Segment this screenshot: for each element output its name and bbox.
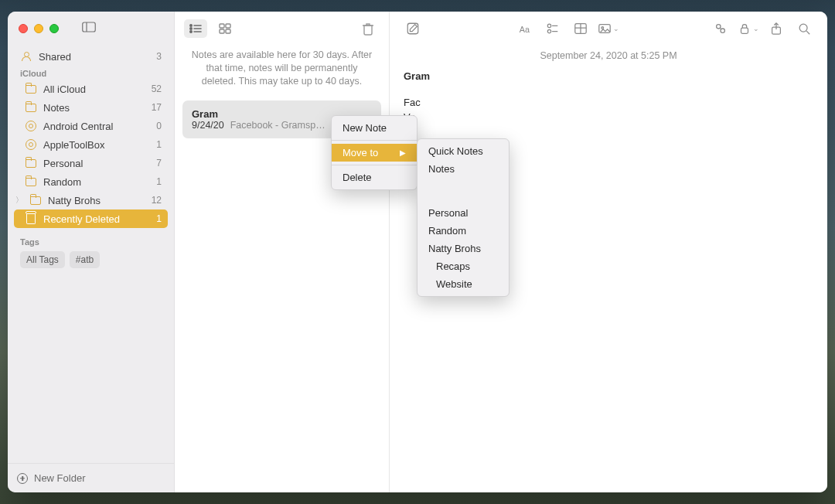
sidebar-item-count: 1 [156, 139, 162, 150]
context-submenu-move-to: Quick Notes Notes Personal Random Natty … [417, 138, 510, 297]
ctx-item-label: Website [436, 278, 472, 290]
tag-atb[interactable]: #atb [70, 251, 100, 268]
lock-button[interactable]: ⌄ [736, 19, 761, 39]
sidebar-item-count: 12 [152, 195, 162, 206]
svg-point-4 [190, 28, 192, 29]
sidebar: Shared 3 iCloud All iCloud 52 Notes 17 A… [8, 12, 175, 492]
svg-point-22 [602, 27, 604, 29]
trash-icon [25, 214, 37, 224]
titlebar [8, 12, 174, 46]
sidebar-item-label: Notes [43, 102, 145, 114]
sidebar-item-android-central[interactable]: Android Central 0 [14, 117, 168, 135]
sidebar-item-label: All iCloud [43, 83, 145, 95]
svg-line-29 [806, 31, 809, 34]
list-toolbar [175, 12, 389, 46]
ctx-move-notes[interactable]: Notes [418, 160, 509, 178]
toggle-sidebar-button[interactable] [82, 22, 96, 36]
ctx-item-label: Recaps [436, 261, 470, 272]
ctx-item-label: Random [428, 225, 466, 237]
sidebar-item-count: 52 [152, 83, 162, 94]
ctx-delete[interactable]: Delete [332, 169, 417, 186]
sidebar-item-label: AppleToolBox [43, 139, 150, 151]
note-body[interactable]: Gram Fac Ve [390, 61, 827, 133]
sidebar-item-count: 1 [156, 213, 162, 224]
sidebar-item-count: 3 [156, 51, 162, 62]
sidebar-item-count: 7 [156, 158, 162, 169]
ctx-move-website[interactable]: Website [418, 275, 509, 293]
ctx-move-quick-notes[interactable]: Quick Notes [418, 142, 509, 160]
plus-circle-icon [17, 473, 28, 484]
svg-rect-9 [226, 24, 230, 28]
close-window-button[interactable] [19, 24, 28, 33]
folder-icon [25, 104, 37, 112]
chevron-down-icon: ⌄ [613, 25, 619, 32]
folder-icon [25, 85, 37, 94]
gear-icon [25, 121, 37, 131]
svg-line-25 [720, 28, 721, 29]
ctx-move-natty-brohs[interactable]: Natty Brohs [418, 240, 509, 257]
sidebar-item-random[interactable]: Random 1 [14, 172, 168, 191]
deletion-notice: Notes are available here for 30 days. Af… [175, 46, 389, 97]
media-button[interactable]: ⌄ [596, 19, 621, 39]
share-button[interactable] [764, 19, 789, 39]
table-button[interactable] [568, 19, 593, 39]
ctx-move-recaps[interactable]: Recaps [418, 257, 509, 275]
folder-icon [25, 159, 37, 168]
format-text-button[interactable]: Aa [513, 19, 537, 39]
new-folder-button[interactable]: New Folder [8, 463, 174, 492]
ctx-item-label: Quick Notes [428, 145, 483, 157]
view-list-button[interactable] [184, 19, 207, 38]
ctx-move-to[interactable]: Move to ▶ [332, 144, 417, 162]
note-title: Gram [404, 69, 813, 84]
notes-list-pane: Notes are available here for 30 days. Af… [175, 12, 390, 492]
link-button[interactable] [708, 19, 733, 39]
folder-icon [25, 178, 37, 186]
sidebar-item-shared[interactable]: Shared 3 [14, 47, 168, 66]
sidebar-item-label: Personal [43, 158, 150, 169]
svg-text:Aa: Aa [520, 25, 530, 34]
ctx-separator [418, 178, 509, 204]
sidebar-item-label: Random [43, 176, 150, 188]
note-line: Ve [404, 110, 813, 125]
sidebar-item-all-icloud[interactable]: All iCloud 52 [14, 80, 168, 98]
gear-icon [25, 139, 37, 150]
checklist-button[interactable] [540, 19, 565, 39]
compose-button[interactable] [400, 19, 425, 39]
svg-rect-0 [83, 22, 96, 32]
sidebar-item-notes[interactable]: Notes 17 [14, 98, 168, 117]
new-folder-label: New Folder [34, 472, 85, 484]
delete-note-button[interactable] [356, 19, 380, 38]
sidebar-item-recently-deleted[interactable]: Recently Deleted 1 [14, 209, 168, 228]
sidebar-list: Shared 3 iCloud All iCloud 52 Notes 17 A… [8, 46, 174, 463]
sidebar-item-appletoolbox[interactable]: AppleToolBox 1 [14, 135, 168, 154]
ctx-move-random[interactable]: Random [418, 222, 509, 240]
sidebar-item-label: Recently Deleted [43, 213, 150, 225]
svg-rect-10 [220, 29, 224, 33]
sidebar-item-label: Android Central [43, 121, 150, 132]
svg-point-2 [190, 25, 192, 26]
ctx-separator [332, 140, 417, 141]
sidebar-item-label: Shared [39, 51, 150, 63]
svg-point-16 [547, 29, 550, 32]
svg-rect-12 [407, 23, 418, 34]
note-item-preview: Facebook - Gramsp… [230, 120, 325, 131]
tag-all[interactable]: All Tags [20, 251, 65, 268]
sidebar-item-personal[interactable]: Personal 7 [14, 154, 168, 172]
note-timestamp: September 24, 2020 at 5:25 PM [390, 50, 827, 61]
ctx-move-personal[interactable]: Personal [418, 204, 509, 222]
svg-point-14 [547, 24, 550, 27]
context-menu: New Note Move to ▶ Delete [331, 115, 418, 190]
ctx-new-note[interactable]: New Note [332, 119, 417, 137]
zoom-window-button[interactable] [49, 24, 59, 33]
chevron-down-icon: ⌄ [753, 25, 759, 32]
minimize-window-button[interactable] [34, 24, 43, 33]
tags-list: All Tags #atb [12, 248, 169, 271]
search-button[interactable] [792, 19, 816, 39]
sidebar-item-natty-brohs[interactable]: 〉 Natty Brohs 12 [14, 191, 168, 209]
svg-rect-11 [226, 29, 230, 33]
chevron-right-icon[interactable]: 〉 [15, 195, 23, 206]
section-tags-label: Tags [12, 234, 169, 248]
ctx-item-label: Notes [428, 163, 455, 175]
view-gallery-button[interactable] [213, 19, 237, 38]
sidebar-item-count: 17 [152, 102, 162, 113]
